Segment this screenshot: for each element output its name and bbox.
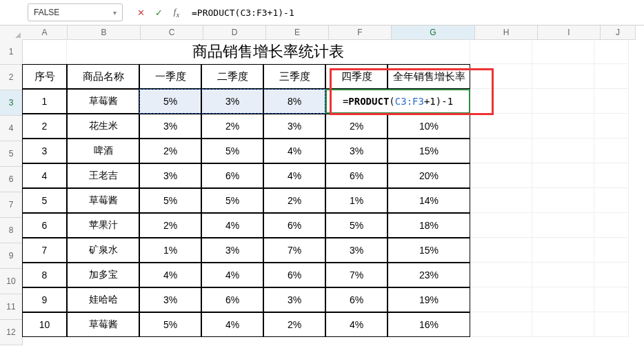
cell-I4[interactable] — [532, 114, 594, 139]
cell-E11[interactable]: 3% — [263, 287, 325, 312]
cell-name[interactable]: 王老吉 — [67, 163, 139, 188]
cell-H6[interactable] — [470, 163, 532, 188]
cell-J10[interactable] — [594, 263, 629, 287]
cell-C9[interactable]: 1% — [139, 238, 201, 263]
cancel-icon[interactable]: ✕ — [135, 8, 146, 18]
cell-I1[interactable] — [532, 39, 594, 64]
row-header-12[interactable]: 12 — [0, 320, 23, 345]
col-header-E[interactable]: E — [266, 26, 329, 40]
cell-F9[interactable]: 3% — [325, 238, 388, 263]
col-header-B[interactable]: B — [68, 26, 141, 40]
col-header-I[interactable]: I — [538, 26, 601, 40]
cell-seq[interactable]: 9 — [22, 287, 67, 312]
cell-J12[interactable] — [594, 312, 629, 337]
cell-G7[interactable]: 14% — [388, 188, 470, 213]
cell-H8[interactable] — [470, 213, 532, 238]
cell-E5[interactable]: 4% — [263, 139, 325, 163]
cell-F8[interactable]: 5% — [325, 213, 388, 238]
select-all-corner[interactable] — [0, 26, 23, 40]
cell-I9[interactable] — [532, 238, 594, 263]
cell-I10[interactable] — [532, 263, 594, 287]
row-header-4[interactable]: 4 — [0, 116, 23, 141]
cell-F11[interactable]: 6% — [325, 287, 388, 312]
cell-I3[interactable] — [532, 89, 594, 114]
header-F[interactable]: 四季度 — [325, 64, 388, 89]
cell-H5[interactable] — [470, 139, 532, 163]
cell-D9[interactable]: 3% — [201, 238, 263, 263]
cell-F10[interactable]: 7% — [325, 263, 388, 287]
cell-name[interactable]: 花生米 — [67, 114, 139, 139]
cell-D5[interactable]: 5% — [201, 139, 263, 163]
cell-seq[interactable]: 8 — [22, 263, 67, 287]
header-E[interactable]: 三季度 — [263, 64, 325, 89]
cell-seq[interactable]: 3 — [22, 139, 67, 163]
cell-E8[interactable]: 6% — [263, 213, 325, 238]
cell-J4[interactable] — [594, 114, 629, 139]
col-header-C[interactable]: C — [141, 26, 203, 40]
row-header-10[interactable]: 10 — [0, 269, 23, 294]
row-header-6[interactable]: 6 — [0, 167, 23, 192]
header-G[interactable]: 全年销售增长率 — [388, 64, 470, 89]
cell-F12[interactable]: 4% — [325, 312, 388, 337]
cell-name[interactable]: 娃哈哈 — [67, 287, 139, 312]
cell-I12[interactable] — [532, 312, 594, 337]
row-header-8[interactable]: 8 — [0, 218, 23, 243]
table-title[interactable]: 商品销售增长率统计表 — [67, 39, 470, 64]
cell-H10[interactable] — [470, 263, 532, 287]
formula-input[interactable]: =PRODUCT(C3:F3+1)-1 — [192, 8, 294, 18]
cell-C8[interactable]: 2% — [139, 213, 201, 238]
row-header-7[interactable]: 7 — [0, 192, 23, 218]
cell-G6[interactable]: 20% — [388, 163, 470, 188]
cell-G4[interactable]: 10% — [388, 114, 470, 139]
cell-name[interactable]: 草莓酱 — [67, 312, 139, 337]
cell-C7[interactable]: 5% — [139, 188, 201, 213]
row-header-3[interactable]: 3 — [0, 90, 23, 116]
row-header-2[interactable]: 2 — [0, 65, 23, 90]
cell-E7[interactable]: 2% — [263, 188, 325, 213]
cell-name[interactable]: 草莓酱 — [67, 188, 139, 213]
cell-J11[interactable] — [594, 287, 629, 312]
fx-icon[interactable]: fx — [171, 6, 182, 19]
cell-H1[interactable] — [470, 39, 532, 64]
cell-C10[interactable]: 4% — [139, 263, 201, 287]
cell-C5[interactable]: 2% — [139, 139, 201, 163]
col-header-F[interactable]: F — [329, 26, 392, 40]
cell-D11[interactable]: 6% — [201, 287, 263, 312]
cell-G12[interactable]: 16% — [388, 312, 470, 337]
cell-J5[interactable] — [594, 139, 629, 163]
cell-F5[interactable]: 3% — [325, 139, 388, 163]
cell-A1[interactable] — [22, 39, 67, 64]
cell-D10[interactable]: 4% — [201, 263, 263, 287]
cell-F4[interactable]: 2% — [325, 114, 388, 139]
cell-D7[interactable]: 5% — [201, 188, 263, 213]
cell-G11[interactable]: 19% — [388, 287, 470, 312]
row-header-11[interactable]: 11 — [0, 294, 23, 320]
row-header-9[interactable]: 9 — [0, 243, 23, 269]
cell-I8[interactable] — [532, 213, 594, 238]
cell-H4[interactable] — [470, 114, 532, 139]
cell-area[interactable]: 商品销售增长率统计表序号商品名称一季度二季度三季度四季度全年销售增长率1草莓酱5… — [22, 39, 629, 337]
cell-I6[interactable] — [532, 163, 594, 188]
cell-D3[interactable]: 3% — [201, 89, 263, 114]
cell-H11[interactable] — [470, 287, 532, 312]
cell-name[interactable]: 加多宝 — [67, 263, 139, 287]
cell-name[interactable]: 草莓酱 — [67, 89, 139, 114]
cell-F6[interactable]: 6% — [325, 163, 388, 188]
row-header-1[interactable]: 1 — [0, 39, 23, 65]
row-header-5[interactable]: 5 — [0, 141, 23, 167]
cell-J2[interactable] — [594, 64, 629, 89]
cell-seq[interactable]: 1 — [22, 89, 67, 114]
cell-I7[interactable] — [532, 188, 594, 213]
cell-seq[interactable]: 10 — [22, 312, 67, 337]
cell-E3[interactable]: 8% — [263, 89, 325, 114]
cell-D6[interactable]: 6% — [201, 163, 263, 188]
cell-H3[interactable] — [470, 89, 532, 114]
chevron-down-icon[interactable]: ▾ — [113, 9, 117, 17]
col-header-G[interactable]: G — [392, 26, 475, 40]
cell-C3[interactable]: 5% — [139, 89, 201, 114]
header-D[interactable]: 二季度 — [201, 64, 263, 89]
cell-I11[interactable] — [532, 287, 594, 312]
cell-C6[interactable]: 3% — [139, 163, 201, 188]
cell-seq[interactable]: 5 — [22, 188, 67, 213]
col-header-A[interactable]: A — [22, 26, 68, 40]
